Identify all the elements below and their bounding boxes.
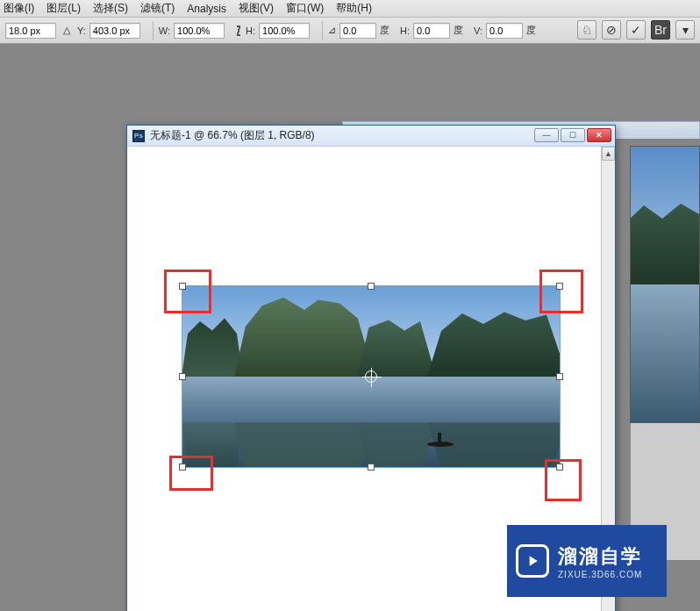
title-bar[interactable]: Ps 无标题-1 @ 66.7% (图层 1, RGB/8) — ☐ ✕	[127, 126, 615, 147]
annotation-box-top-right	[539, 270, 583, 313]
angle-unit: 度	[380, 24, 389, 37]
menu-filter[interactable]: 滤镜(T)	[140, 1, 175, 16]
menu-select[interactable]: 选择(S)	[93, 1, 128, 16]
menu-help[interactable]: 帮助(H)	[336, 1, 372, 16]
maximize-button[interactable]: ☐	[561, 128, 585, 142]
link-wh-icon[interactable]	[233, 25, 244, 37]
w-label: W:	[159, 25, 170, 36]
layer-image[interactable]	[182, 285, 561, 468]
skew-v-label: V:	[474, 25, 482, 36]
minimize-button[interactable]: —	[534, 128, 559, 142]
svg-rect-0	[238, 29, 239, 32]
h-field: H:	[246, 23, 310, 39]
w-field: W:	[159, 23, 225, 39]
y-label: Y:	[77, 25, 86, 36]
skew-h-label: H:	[400, 25, 410, 36]
angle-icon: ⊿	[328, 25, 336, 36]
workspace-menu-button[interactable]: ▾	[675, 20, 695, 40]
x-input[interactable]	[5, 23, 56, 39]
separator	[322, 21, 323, 40]
x-field	[5, 23, 56, 39]
watermark-banner: 溜溜自学 ZIXUE.3D66.COM	[507, 525, 667, 597]
options-bar: △ Y: W: H: ⊿ 度 H: 度 V: 度 ♘ ⊘ ✓ Br ▾	[0, 18, 700, 44]
skew-h-unit: 度	[454, 24, 463, 37]
y-field: Y:	[77, 23, 140, 39]
h-input[interactable]	[259, 23, 310, 39]
document-title: 无标题-1 @ 66.7% (图层 1, RGB/8)	[150, 128, 315, 143]
options-right-group: ♘ ⊘ ✓ Br ▾	[577, 20, 695, 40]
svg-marker-1	[530, 556, 538, 566]
menu-layer[interactable]: 图层(L)	[46, 1, 81, 16]
w-input[interactable]	[174, 23, 225, 39]
play-logo-icon	[516, 544, 549, 578]
cancel-transform-button[interactable]: ⊘	[602, 20, 621, 40]
menu-view[interactable]: 视图(V)	[239, 1, 274, 16]
menu-bar: 图像(I) 图层(L) 选择(S) 滤镜(T) Analysis 视图(V) 窗…	[0, 0, 700, 18]
window-buttons: — ☐ ✕	[534, 128, 611, 142]
menu-analysis[interactable]: Analysis	[187, 3, 226, 15]
menu-image[interactable]: 图像(I)	[4, 1, 34, 16]
banner-title: 溜溜自学	[558, 543, 642, 570]
skew-v-unit: 度	[526, 24, 536, 37]
boat-detail	[427, 442, 454, 447]
skew-v-input[interactable]	[486, 23, 523, 39]
close-button[interactable]: ✕	[587, 128, 611, 142]
menu-window[interactable]: 窗口(W)	[286, 1, 324, 16]
skew-h-field: H: 度	[400, 23, 467, 39]
separator	[153, 21, 154, 40]
workspace: Ps 无标题-1 @ 66.7% (图层 1, RGB/8) — ☐ ✕	[0, 44, 700, 611]
skew-v-field: V: 度	[474, 23, 539, 39]
commit-transform-button[interactable]: ✓	[626, 20, 646, 40]
reference-image	[630, 146, 700, 423]
warp-mode-button[interactable]: ♘	[577, 20, 596, 40]
banner-subtitle: ZIXUE.3D66.COM	[558, 570, 642, 579]
skew-h-input[interactable]	[413, 23, 450, 39]
angle-input[interactable]	[339, 23, 376, 39]
h-label: H:	[246, 25, 255, 36]
y-input[interactable]	[89, 23, 140, 39]
scroll-up-icon[interactable]: ▲	[602, 147, 615, 161]
angle-field: ⊿ 度	[328, 23, 393, 39]
bridge-button[interactable]: Br	[651, 20, 670, 40]
annotation-box-bottom-right	[545, 459, 582, 501]
anchor-icon[interactable]: △	[63, 25, 70, 36]
ps-icon: Ps	[132, 130, 145, 142]
annotation-box-bottom-left	[169, 456, 213, 491]
annotation-box-top-left	[164, 270, 211, 313]
